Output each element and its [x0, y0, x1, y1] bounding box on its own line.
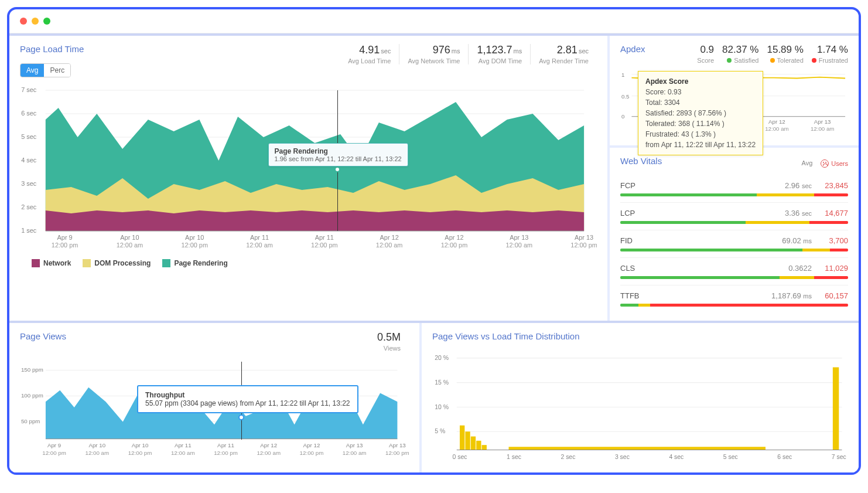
svg-text:Apr 13: Apr 13 — [346, 442, 363, 448]
page-views-panel: Page Views 0.5M Views Apr 912:00 pmApr 1… — [9, 323, 419, 472]
svg-text:12:00 pm: 12:00 pm — [300, 450, 324, 456]
maximize-icon[interactable] — [43, 18, 50, 25]
apdex-title: Apdex — [620, 44, 645, 54]
svg-text:Apr 10: Apr 10 — [132, 442, 149, 448]
svg-text:12:00 am: 12:00 am — [171, 450, 195, 456]
apdex-stats: 0.9Score82.37 %Satisfied15.89 %Tolerated… — [697, 44, 848, 64]
apdex-chart[interactable]: 1 0.5 0 Apr 1212:00 am Apr 1312:00 am Ap… — [620, 70, 848, 137]
page-load-tooltip: Page Rendering 1.96 sec from Apr 11, 12:… — [268, 143, 408, 166]
wv-row-FCP[interactable]: FCP2.96 sec23,845 — [620, 175, 848, 203]
svg-text:0 sec: 0 sec — [453, 454, 467, 460]
distribution-panel: Page Views vs Load Time Distribution 0 s… — [422, 323, 859, 472]
svg-text:5 sec: 5 sec — [21, 134, 36, 140]
svg-text:12:00 pm: 12:00 pm — [52, 242, 78, 248]
svg-text:12:00 pm: 12:00 pm — [385, 450, 409, 456]
svg-text:Apr 13: Apr 13 — [510, 234, 528, 240]
svg-text:2 sec: 2 sec — [561, 454, 575, 460]
svg-text:12:00 am: 12:00 am — [246, 242, 273, 248]
toggle-avg-button[interactable]: Avg — [20, 64, 44, 77]
svg-text:12:00 pm: 12:00 pm — [181, 242, 208, 248]
svg-text:12:00 pm: 12:00 pm — [214, 450, 238, 456]
svg-text:Apr 11: Apr 11 — [175, 442, 192, 448]
svg-text:Apr 13: Apr 13 — [389, 442, 406, 448]
svg-text:7 sec: 7 sec — [21, 87, 36, 93]
svg-text:12:00 am: 12:00 am — [117, 242, 143, 248]
svg-text:12:00 pm: 12:00 pm — [311, 242, 338, 248]
svg-text:12:00 am: 12:00 am — [765, 125, 789, 132]
svg-text:Apr 13: Apr 13 — [575, 234, 593, 240]
svg-text:6 sec: 6 sec — [21, 110, 36, 116]
svg-text:12:00 am: 12:00 am — [811, 125, 835, 132]
svg-text:7 sec: 7 sec — [832, 454, 846, 460]
page-views-chart[interactable]: Apr 912:00 pmApr 1012:00 amApr 1012:00 p… — [20, 359, 409, 464]
wv-row-CLS[interactable]: CLS0.362211,029 — [620, 258, 848, 285]
svg-text:Apr 12: Apr 12 — [303, 442, 320, 448]
svg-text:12:00 am: 12:00 am — [257, 450, 281, 456]
svg-text:50 ppm: 50 ppm — [21, 418, 40, 424]
svg-text:150 ppm: 150 ppm — [21, 366, 43, 373]
svg-text:12:00 am: 12:00 am — [85, 450, 109, 456]
svg-text:Apr 12: Apr 12 — [260, 442, 277, 448]
svg-text:2 sec: 2 sec — [21, 204, 36, 210]
svg-text:3 sec: 3 sec — [615, 454, 630, 460]
page-load-chart[interactable]: Apr 912:00 pmApr 1012:00 amApr 1012:00 p… — [20, 84, 597, 254]
svg-rect-74 — [465, 431, 470, 450]
page-load-title: Page Load Time — [20, 44, 84, 54]
svg-text:15 %: 15 % — [435, 379, 449, 386]
svg-text:Apr 10: Apr 10 — [120, 234, 139, 240]
svg-rect-79 — [833, 368, 839, 450]
svg-rect-77 — [482, 445, 487, 450]
wv-row-TTFB[interactable]: TTFB1,187.69 ms60,157 — [620, 285, 848, 312]
frown-icon — [821, 159, 829, 168]
app-window: Page Load Time Avg Perc 4.91secAvg Load … — [7, 7, 861, 475]
svg-text:Apr 12: Apr 12 — [445, 234, 463, 240]
svg-text:12:00 pm: 12:00 pm — [42, 450, 66, 456]
svg-text:Apr 11: Apr 11 — [250, 234, 269, 240]
svg-text:3 sec: 3 sec — [21, 181, 36, 186]
svg-text:20 %: 20 % — [435, 355, 449, 361]
svg-rect-76 — [476, 441, 481, 450]
svg-text:1 sec: 1 sec — [507, 454, 521, 460]
distribution-chart[interactable]: 0 sec1 sec2 sec3 sec4 sec5 sec6 sec7 sec… — [432, 346, 848, 463]
minimize-icon[interactable] — [32, 18, 39, 25]
svg-text:12:00 am: 12:00 am — [506, 242, 533, 248]
page-views-tooltip: Throughput 55.07 ppm (3304 page views) f… — [137, 385, 358, 413]
svg-text:12:00 pm: 12:00 pm — [441, 242, 468, 248]
svg-text:12:00 pm: 12:00 pm — [570, 242, 597, 248]
wv-row-FID[interactable]: FID69.02 ms3,700 — [620, 230, 848, 258]
apdex-tooltip: Apdex Score Score: 0.93Total: 3304Satisf… — [638, 71, 763, 155]
svg-text:12:00 pm: 12:00 pm — [128, 450, 152, 456]
page-views-title: Page Views — [20, 331, 66, 341]
svg-text:5 sec: 5 sec — [723, 454, 738, 460]
wv-col-avg: Avg — [802, 159, 813, 168]
svg-text:Apr 10: Apr 10 — [185, 234, 204, 240]
apdex-panel: Apdex 0.9Score82.37 %Satisfied15.89 %Tol… — [610, 36, 859, 145]
svg-text:Apr 9: Apr 9 — [57, 234, 73, 240]
svg-text:6 sec: 6 sec — [777, 454, 792, 460]
svg-text:10 %: 10 % — [435, 404, 449, 410]
wv-row-LCP[interactable]: LCP3.36 sec14,677 — [620, 203, 848, 230]
svg-text:5 %: 5 % — [435, 428, 445, 434]
svg-text:Apr 11: Apr 11 — [315, 234, 334, 240]
svg-text:4 sec: 4 sec — [21, 157, 36, 163]
svg-text:4 sec: 4 sec — [669, 454, 684, 460]
svg-text:12:00 am: 12:00 am — [343, 450, 367, 456]
svg-text:100 ppm: 100 ppm — [21, 392, 43, 399]
svg-text:0.5: 0.5 — [621, 93, 630, 100]
toggle-perc-button[interactable]: Perc — [44, 64, 70, 77]
svg-text:12:00 am: 12:00 am — [376, 242, 403, 248]
close-icon[interactable] — [20, 18, 27, 25]
svg-rect-73 — [460, 426, 464, 450]
svg-text:1: 1 — [621, 72, 624, 78]
svg-text:Apr 13: Apr 13 — [814, 118, 831, 125]
web-vitals-panel: Web Vitals Avg Users FCP2.96 sec23,845LC… — [610, 148, 859, 321]
page-load-legend: Network DOM Processing Page Rendering — [20, 259, 597, 267]
distribution-title: Page Views vs Load Time Distribution — [432, 331, 848, 341]
wv-col-users: Users — [821, 159, 848, 168]
svg-rect-75 — [471, 437, 476, 450]
svg-text:Apr 11: Apr 11 — [217, 442, 234, 448]
svg-text:0: 0 — [621, 113, 625, 120]
svg-text:Apr 12: Apr 12 — [768, 118, 785, 125]
svg-text:Apr 10: Apr 10 — [88, 442, 105, 448]
svg-text:1 sec: 1 sec — [21, 227, 36, 233]
